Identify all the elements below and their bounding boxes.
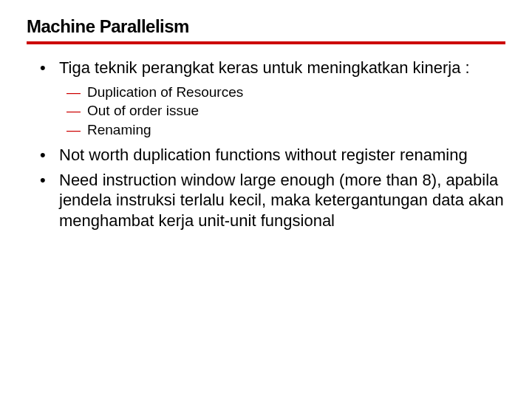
bullet-text: Need instruction window large enough (mo… — [59, 171, 504, 230]
bullet-text: Tiga teknik perangkat keras untuk mening… — [59, 58, 470, 77]
list-item: Not worth duplication functions without … — [40, 145, 505, 166]
bullet-text: Not worth duplication functions without … — [59, 146, 468, 164]
sub-item: Renaming — [66, 120, 505, 140]
title-divider — [27, 41, 505, 44]
slide-title: Machine Parallelism — [27, 16, 505, 37]
list-item: Need instruction window large enough (mo… — [40, 170, 505, 231]
sub-item: Duplication of Resources — [66, 83, 505, 102]
bullet-list: Tiga teknik perangkat keras untuk mening… — [27, 58, 505, 231]
list-item: Tiga teknik perangkat keras untuk mening… — [40, 58, 505, 139]
sub-item: Out of order issue — [66, 101, 505, 120]
sub-list: Duplication of Resources Out of order is… — [59, 83, 505, 140]
